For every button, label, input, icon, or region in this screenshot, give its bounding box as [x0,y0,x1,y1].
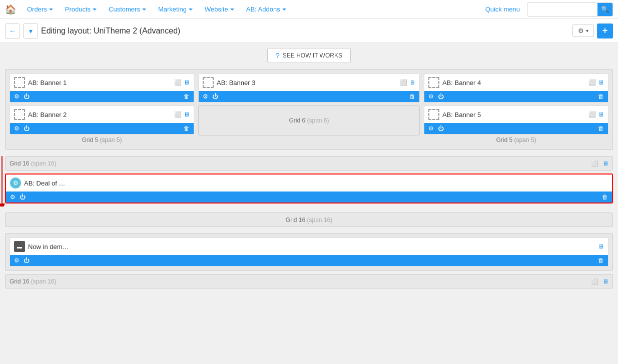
grid5-left-span: (span 5) [100,136,122,144]
grid5-right-label: Grid 5 (span 5) [424,134,608,146]
power-icon-b3[interactable]: ⏻ [212,93,218,100]
banner-5-screen-icons: ⬜ 🖥 [588,111,604,118]
trash-icon-b5[interactable]: 🗑 [598,125,604,132]
trash-icon-deal[interactable]: 🗑 [602,194,608,200]
customers-menu[interactable]: Customers [104,0,151,19]
search-button[interactable]: 🔍 [597,2,612,16]
tablet-icon-b4[interactable]: ⬜ [588,79,596,86]
tablet-icon-b2[interactable]: ⬜ [174,111,182,118]
banner-4-name: AB: Banner 4 [442,79,585,86]
grid16-second-label-text: Grid 16 (span 16) [286,216,332,224]
gear-icon-b4[interactable]: ⚙ [428,93,434,100]
banner-1-header: AB: Banner 1 ⬜ 🖥 [10,74,194,91]
power-icon-b4[interactable]: ⏻ [438,93,444,100]
banner-4-screen-icons: ⬜ 🖥 [588,79,604,86]
trash-icon-b2[interactable]: 🗑 [184,125,190,132]
banner-3-icon [203,77,214,88]
gear-icon-b2[interactable]: ⚙ [14,125,20,132]
search-bar: 🔍 [527,2,613,16]
now-in-dem-section-wrapper: ▬ Now in dem… 🖥 ⚙ ⏻ 🗑 [5,233,613,271]
gear-icon-b5[interactable]: ⚙ [428,125,434,132]
banner-5-icon [428,109,439,120]
tablet-icon-g16[interactable]: ⬜ [591,160,598,167]
banner-3-toolbar: ⚙ ⏻ 🗑 [199,91,419,102]
banner-4-card: AB: Banner 4 ⬜ 🖥 ⚙ ⏻ 🗑 [424,74,608,102]
banner-1-name: AB: Banner 1 [28,79,171,86]
deal-of-icon: ⚙ [10,178,21,188]
ab-addons-menu[interactable]: AB: Addons [241,0,291,19]
marketing-menu[interactable]: Marketing [153,0,198,19]
svg-marker-1 [0,204,5,206]
trash-icon-b1[interactable]: 🗑 [184,93,190,100]
trash-icon-b4[interactable]: 🗑 [598,93,604,100]
orders-caret [49,8,53,10]
monitor-icon-nid[interactable]: 🖥 [598,243,604,250]
monitor-icon-g16-3[interactable]: 🖥 [602,278,608,285]
power-icon-b1[interactable]: ⏻ [24,93,30,100]
monitor-icon-b2[interactable]: 🖥 [184,111,190,118]
banner-4-icon [428,77,439,88]
website-caret [230,8,234,10]
now-in-dem-left-icons: ⚙ ⏻ [14,257,30,264]
banner-3-header: AB: Banner 3 ⬜ 🖥 [199,74,419,91]
grid16-top-label-row: Grid 16 (span 16) ⬜ 🖥 [5,156,613,170]
three-col-row: AB: Banner 1 ⬜ 🖥 ⚙ ⏻ 🗑 [10,74,608,146]
tablet-icon-b5[interactable]: ⬜ [588,111,596,118]
arrow-svg [0,156,8,206]
col-mid: AB: Banner 3 ⬜ 🖥 ⚙ ⏻ 🗑 [198,74,420,146]
grid6-placeholder: Grid 6 (span 6) [198,106,420,136]
banner-5-name: AB: Banner 5 [442,111,585,118]
gear-icon-b1[interactable]: ⚙ [14,93,20,100]
main-content: ? SEE HOW IT WORKS AB: Banner 1 ⬜ 🖥 [0,43,618,294]
see-how-button[interactable]: ? SEE HOW IT WORKS [267,48,351,63]
banner-2-name: AB: Banner 2 [28,111,171,118]
banner-1-icon [14,77,25,88]
arrow-indicator [0,156,8,206]
add-button[interactable]: + [597,24,613,38]
tablet-icon-b1[interactable]: ⬜ [174,79,182,86]
banner-2-toolbar: ⚙ ⏻ 🗑 [10,123,194,134]
grid16-third-screen-icons: ⬜ 🖥 [591,278,608,285]
col-right: AB: Banner 4 ⬜ 🖥 ⚙ ⏻ 🗑 [424,74,608,146]
question-icon: ? [276,52,280,60]
banner-3-name: AB: Banner 3 [217,79,397,86]
caret-button[interactable]: ▾ [23,24,38,38]
monitor-icon-b3[interactable]: 🖥 [409,79,415,86]
power-icon-b2[interactable]: ⏻ [24,125,30,132]
gear-icon-b3[interactable]: ⚙ [203,93,208,100]
home-icon[interactable]: 🏠 [5,4,16,15]
monitor-icon-b5[interactable]: 🖥 [598,111,604,118]
tablet-icon-b3[interactable]: ⬜ [400,79,407,86]
gear-icon-deal[interactable]: ⚙ [10,194,16,200]
col-left: AB: Banner 1 ⬜ 🖥 ⚙ ⏻ 🗑 [10,74,194,146]
grid5-left-label: Grid 5 (span 5) [10,134,194,146]
trash-icon-b3[interactable]: 🗑 [409,93,415,100]
monitor-icon-g16[interactable]: 🖥 [602,160,608,167]
website-menu[interactable]: Website [200,0,239,19]
banner-3-left-icons: ⚙ ⏻ [203,93,218,100]
back-icon: ← [9,27,16,35]
ab-addons-caret [282,8,286,10]
tablet-icon-g16-3[interactable]: ⬜ [591,278,598,285]
power-icon-deal[interactable]: ⏻ [20,194,26,200]
deal-of-section: ⚙ AB: Deal of … ⚙ ⏻ 🗑 [5,174,613,204]
search-input[interactable] [527,6,597,13]
power-icon-nid[interactable]: ⏻ [24,257,30,264]
banner-5-header: AB: Banner 5 ⬜ 🖥 [424,106,608,123]
grid16-arrow-section: Grid 16 (span 16) ⬜ 🖥 ⚙ AB: Deal of … ⚙ … [5,156,613,206]
products-menu[interactable]: Products [60,0,102,19]
navbar: 🏠 Orders Products Customers Marketing We… [0,0,618,19]
orders-menu[interactable]: Orders [22,0,58,19]
monitor-icon-b1[interactable]: 🖥 [184,79,190,86]
power-icon-b5[interactable]: ⏻ [438,125,444,132]
gear-icon-nid[interactable]: ⚙ [14,257,20,264]
quick-menu-button[interactable]: Quick menu [480,6,525,13]
now-in-dem-card: ▬ Now in dem… 🖥 ⚙ ⏻ 🗑 [10,238,608,266]
monitor-icon-b4[interactable]: 🖥 [598,79,604,86]
caret-icon: ▾ [29,27,33,35]
banner-4-left-icons: ⚙ ⏻ [428,93,444,100]
back-button[interactable]: ← [5,24,20,38]
caret-small: ▾ [586,28,588,34]
settings-button[interactable]: ⚙ ▾ [572,24,594,37]
trash-icon-nid[interactable]: 🗑 [598,257,604,264]
